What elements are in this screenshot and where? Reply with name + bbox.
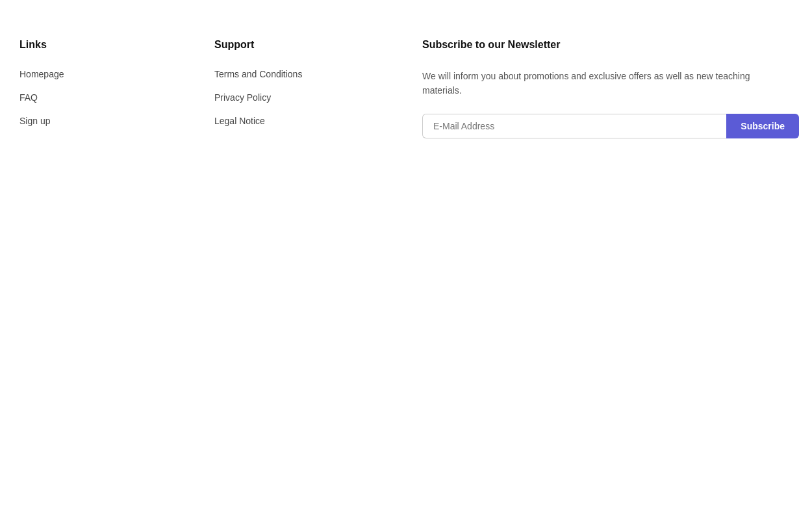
support-title: Support [214,39,416,51]
newsletter-description: We will inform you about promotions and … [422,69,786,98]
link-faq[interactable]: FAQ [19,92,208,103]
link-signup[interactable]: Sign up [19,116,208,126]
link-homepage[interactable]: Homepage [19,69,208,79]
links-section: Links Homepage FAQ Sign up [13,39,208,139]
footer: Links Homepage FAQ Sign up Support Terms… [0,0,812,165]
newsletter-form: Subscribe [422,114,799,138]
email-input[interactable] [422,114,726,138]
newsletter-title: Subscribe to our Newsletter [422,39,799,51]
link-privacy[interactable]: Privacy Policy [214,92,416,103]
links-title: Links [19,39,208,51]
link-terms[interactable]: Terms and Conditions [214,69,416,79]
link-legal[interactable]: Legal Notice [214,116,416,126]
support-section: Support Terms and Conditions Privacy Pol… [208,39,416,139]
subscribe-button[interactable]: Subscribe [726,114,799,138]
newsletter-section: Subscribe to our Newsletter We will info… [416,39,799,139]
